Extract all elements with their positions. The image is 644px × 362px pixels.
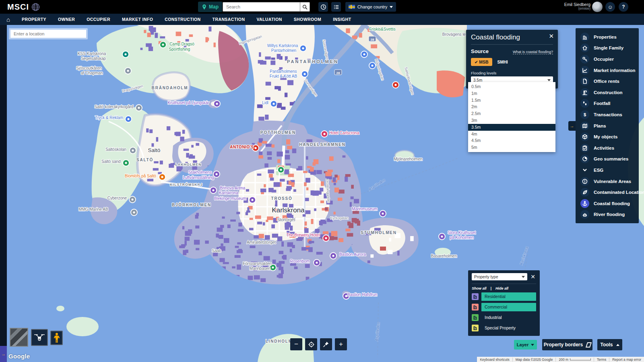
map-poi-green[interactable] bbox=[278, 167, 284, 173]
location-search-input[interactable] bbox=[9, 28, 88, 39]
change-country-dropdown[interactable]: Change country bbox=[345, 2, 396, 12]
map-poi-green[interactable] bbox=[123, 160, 129, 166]
map-poi-pink[interactable] bbox=[323, 235, 329, 241]
n av-item-construction[interactable]: CONSTRUCTION bbox=[165, 17, 200, 22]
drone-view-button[interactable] bbox=[31, 329, 48, 346]
pin-drop-button[interactable] bbox=[320, 338, 332, 350]
close-icon[interactable]: ✕ bbox=[549, 33, 554, 39]
sidebar-item-my-objects[interactable]: My objects bbox=[576, 131, 639, 142]
hide-all-link[interactable]: Hide all bbox=[495, 286, 508, 290]
flooding-level-option[interactable]: 3m bbox=[468, 117, 555, 124]
sidebar-item-vulnerable-areas[interactable]: Vulnerable Areas bbox=[576, 176, 639, 187]
source-chip-msb[interactable]: MSB bbox=[471, 58, 492, 66]
sidebar-item-footfall[interactable]: Footfall bbox=[576, 98, 639, 109]
map-poi-blue[interactable] bbox=[369, 62, 376, 69]
flooding-level-option[interactable]: 1.5m bbox=[468, 97, 555, 104]
sidebar-item-contaminated-locations[interactable]: Contaminated Locations bbox=[576, 187, 639, 198]
map-poi-blue[interactable] bbox=[301, 71, 308, 77]
flooding-level-option[interactable]: 1m bbox=[468, 90, 555, 97]
map-poi-purple[interactable] bbox=[380, 210, 386, 217]
sidebar-item-coastal-flooding[interactable]: Coastal flooding bbox=[576, 198, 639, 209]
sidebar-item-plans[interactable]: Plans bbox=[576, 120, 639, 132]
map-poi-blue[interactable] bbox=[125, 116, 132, 122]
layer-button[interactable]: Layer bbox=[514, 340, 537, 350]
recenter-button[interactable] bbox=[305, 338, 317, 350]
map-poi-orange[interactable] bbox=[159, 174, 165, 180]
source-chip-smhi[interactable]: SMHI bbox=[497, 60, 508, 64]
terms-link[interactable]: Terms bbox=[594, 358, 609, 362]
property-type-row-industrial[interactable]: Industrial bbox=[472, 313, 536, 322]
n av-item-market-info[interactable]: MARKET INFO bbox=[122, 17, 153, 22]
map-poi-purple[interactable] bbox=[210, 187, 217, 193]
sidebar-item-occupier[interactable]: Occupier bbox=[576, 53, 639, 65]
satellite-view-thumbnail[interactable] bbox=[10, 328, 28, 347]
home-icon[interactable]: ⌂ bbox=[6, 16, 10, 23]
help-button[interactable]: ? bbox=[619, 2, 628, 12]
sidebar-item-transactions[interactable]: $ Transactions bbox=[576, 109, 639, 120]
pegman-button[interactable] bbox=[50, 331, 63, 345]
keyboard-shortcuts-link[interactable]: Keyboard shortcuts bbox=[477, 358, 512, 362]
property-borders-button[interactable]: Property borders bbox=[542, 339, 592, 350]
map-poi-blue[interactable] bbox=[270, 101, 277, 107]
sidebar-item-properties[interactable]: Properties bbox=[576, 31, 639, 43]
tools-button[interactable]: Tools bbox=[597, 339, 622, 350]
flooding-level-option[interactable]: 3.5m bbox=[468, 124, 555, 131]
search-button[interactable] bbox=[300, 2, 310, 12]
flooding-level-option[interactable]: 2m bbox=[468, 103, 555, 110]
n av-item-property[interactable]: PROPERTY bbox=[22, 17, 46, 22]
property-type-row-residential[interactable]: Residential bbox=[472, 292, 536, 301]
n av-item-owner[interactable]: OWNER bbox=[58, 17, 75, 22]
recent-history-button[interactable] bbox=[318, 2, 328, 12]
map-poi-purple[interactable] bbox=[213, 171, 220, 177]
map-poi-green[interactable] bbox=[160, 41, 166, 48]
show-all-link[interactable]: Show all bbox=[472, 286, 487, 290]
expand-left-panel-arrow-icon[interactable]: → bbox=[0, 352, 7, 356]
map-poi-purple[interactable] bbox=[214, 101, 220, 107]
close-icon[interactable]: ✕ bbox=[530, 274, 536, 280]
map-poi-purple[interactable] bbox=[249, 197, 256, 203]
flooding-level-option[interactable]: 0.5m bbox=[468, 83, 555, 90]
map-poi-red[interactable] bbox=[392, 82, 399, 88]
sidebar-item-single-family[interactable]: Single Family bbox=[576, 43, 639, 54]
avatar[interactable] bbox=[592, 2, 603, 12]
sidebar-item-river-flooding[interactable]: River flooding bbox=[576, 209, 639, 220]
n av-item-showroom[interactable]: SHOWROOM bbox=[294, 17, 322, 22]
sidebar-item-esg[interactable]: ESG bbox=[576, 165, 639, 176]
n av-item-insight[interactable]: INSIGHT bbox=[333, 17, 351, 22]
map-poi-gray[interactable] bbox=[130, 147, 136, 154]
map-poi-pink[interactable] bbox=[321, 131, 328, 137]
map-poi-purple[interactable] bbox=[314, 259, 320, 266]
zoom-in-button[interactable]: + bbox=[335, 338, 347, 350]
map-poi-gray[interactable] bbox=[136, 105, 142, 111]
map-poi-purple[interactable] bbox=[439, 233, 445, 240]
user-info[interactable]: Emil Siedberg (emisie) bbox=[564, 2, 590, 11]
sidebar-item-office-rents[interactable]: Office rents bbox=[576, 76, 639, 87]
map-poi-gray[interactable] bbox=[131, 209, 137, 216]
search-input[interactable] bbox=[223, 2, 300, 12]
map-poi-gray[interactable] bbox=[129, 196, 136, 203]
property-type-select[interactable]: Property type bbox=[472, 273, 527, 280]
flooding-level-option[interactable]: 5m bbox=[468, 144, 555, 151]
sidebar-item-activities[interactable]: Activities bbox=[576, 142, 639, 154]
zoom-out-button[interactable]: − bbox=[290, 338, 302, 350]
flooding-level-option[interactable]: 4m bbox=[468, 131, 555, 138]
map-poi-purple[interactable] bbox=[330, 253, 336, 259]
map-poi-blue[interactable] bbox=[300, 45, 306, 51]
n av-item-occupier[interactable]: OCCUPIER bbox=[87, 17, 110, 22]
list-menu-button[interactable] bbox=[331, 2, 341, 12]
flooding-level-option[interactable]: 2.5m bbox=[468, 110, 555, 117]
sidebar-collapse-arrow[interactable]: → bbox=[568, 121, 576, 131]
msci-logo[interactable]: MSCI bbox=[7, 2, 40, 12]
map-mode-button[interactable]: Map bbox=[198, 2, 222, 12]
sidebar-item-construction[interactable]: Construction bbox=[576, 87, 639, 98]
n av-item-transaction[interactable]: TRANSACTION bbox=[213, 17, 245, 22]
map-poi-blue[interactable] bbox=[361, 51, 367, 58]
property-type-row-special-property[interactable]: Special Property bbox=[472, 324, 536, 332]
flooding-level-option[interactable]: 4.5m bbox=[468, 137, 555, 144]
property-type-row-commercial[interactable]: Commercial bbox=[472, 303, 536, 311]
what-is-coastal-flooding-link[interactable]: What is coastal flooding? bbox=[513, 50, 553, 54]
sidebar-item-market-information[interactable]: Market information bbox=[576, 65, 639, 76]
feedback-button[interactable]: ☺ bbox=[605, 2, 615, 12]
sidebar-item-geo-summaries[interactable]: Geo summaries bbox=[576, 154, 639, 165]
n av-item-valuation[interactable]: VALUATION bbox=[256, 17, 282, 22]
